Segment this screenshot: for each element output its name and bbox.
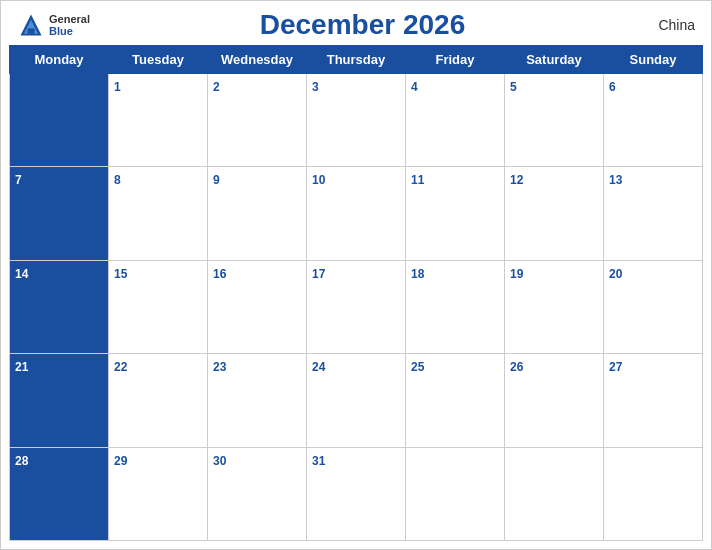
day-number: 17: [312, 267, 325, 281]
day-number: 29: [114, 454, 127, 468]
col-friday: Friday: [406, 46, 505, 74]
day-number: 23: [213, 360, 226, 374]
calendar-cell: 15: [109, 260, 208, 353]
logo: General Blue: [17, 11, 90, 39]
day-number: 14: [15, 267, 28, 281]
day-number: 27: [609, 360, 622, 374]
calendar-cell: 12: [505, 167, 604, 260]
calendar-table: Monday Tuesday Wednesday Thursday Friday…: [9, 45, 703, 541]
calendar-cell: 11: [406, 167, 505, 260]
day-number: 20: [609, 267, 622, 281]
day-number: 30: [213, 454, 226, 468]
calendar-cell: 9: [208, 167, 307, 260]
col-sunday: Sunday: [604, 46, 703, 74]
calendar-cell: 26: [505, 354, 604, 447]
day-number: 6: [609, 80, 616, 94]
calendar-cell: 4: [406, 74, 505, 167]
day-number: 5: [510, 80, 517, 94]
calendar-cell: 27: [604, 354, 703, 447]
calendar-week-row-5: 28293031: [10, 447, 703, 540]
weekday-header-row: Monday Tuesday Wednesday Thursday Friday…: [10, 46, 703, 74]
country-label: China: [635, 17, 695, 33]
calendar-cell: 1: [109, 74, 208, 167]
calendar-cell: [406, 447, 505, 540]
day-number: 16: [213, 267, 226, 281]
day-number: 12: [510, 173, 523, 187]
calendar-cell: 18: [406, 260, 505, 353]
calendar-cell: 6: [604, 74, 703, 167]
calendar-cell: 23: [208, 354, 307, 447]
calendar-week-row-2: 78910111213: [10, 167, 703, 260]
calendar-cell: 8: [109, 167, 208, 260]
calendar-title: December 2026: [90, 9, 635, 41]
svg-rect-3: [28, 29, 35, 34]
day-number: 3: [312, 80, 319, 94]
col-thursday: Thursday: [307, 46, 406, 74]
calendar-week-row-3: 14151617181920: [10, 260, 703, 353]
day-number: 21: [15, 360, 28, 374]
day-number: 9: [213, 173, 220, 187]
calendar-cell: 25: [406, 354, 505, 447]
day-number: 18: [411, 267, 424, 281]
calendar-cell: [604, 447, 703, 540]
logo-text: General Blue: [49, 13, 90, 37]
calendar-cell: 20: [604, 260, 703, 353]
day-number: 25: [411, 360, 424, 374]
calendar-cell: 19: [505, 260, 604, 353]
day-number: 28: [15, 454, 28, 468]
day-number: 22: [114, 360, 127, 374]
day-number: 19: [510, 267, 523, 281]
calendar-cell: 13: [604, 167, 703, 260]
logo-blue-label: Blue: [49, 25, 90, 37]
col-monday: Monday: [10, 46, 109, 74]
calendar-cell: 3: [307, 74, 406, 167]
day-number: 26: [510, 360, 523, 374]
calendar-cell: 7: [10, 167, 109, 260]
calendar-container: Monday Tuesday Wednesday Thursday Friday…: [1, 45, 711, 549]
calendar-cell: 29: [109, 447, 208, 540]
calendar-cell: 24: [307, 354, 406, 447]
col-saturday: Saturday: [505, 46, 604, 74]
day-number: 15: [114, 267, 127, 281]
calendar-cell: 2: [208, 74, 307, 167]
day-number: 31: [312, 454, 325, 468]
logo-general-label: General: [49, 13, 90, 25]
calendar-cell: 10: [307, 167, 406, 260]
calendar-cell: 22: [109, 354, 208, 447]
col-tuesday: Tuesday: [109, 46, 208, 74]
day-number: 10: [312, 173, 325, 187]
calendar-week-row-4: 21222324252627: [10, 354, 703, 447]
calendar-cell: 28: [10, 447, 109, 540]
calendar-cell: [505, 447, 604, 540]
calendar-week-row-1: 123456: [10, 74, 703, 167]
day-number: 13: [609, 173, 622, 187]
header: General Blue December 2026 China: [1, 1, 711, 45]
day-number: 2: [213, 80, 220, 94]
day-number: 24: [312, 360, 325, 374]
calendar-cell: 5: [505, 74, 604, 167]
calendar-cell: 16: [208, 260, 307, 353]
calendar-page: General Blue December 2026 China Monday …: [0, 0, 712, 550]
day-number: 7: [15, 173, 22, 187]
calendar-cell: 30: [208, 447, 307, 540]
col-wednesday: Wednesday: [208, 46, 307, 74]
day-number: 1: [114, 80, 121, 94]
calendar-cell: 14: [10, 260, 109, 353]
calendar-cell: 17: [307, 260, 406, 353]
day-number: 8: [114, 173, 121, 187]
day-number: 11: [411, 173, 424, 187]
day-number: 4: [411, 80, 418, 94]
calendar-cell: 31: [307, 447, 406, 540]
calendar-cell: [10, 74, 109, 167]
calendar-cell: 21: [10, 354, 109, 447]
generalblue-logo-icon: [17, 11, 45, 39]
